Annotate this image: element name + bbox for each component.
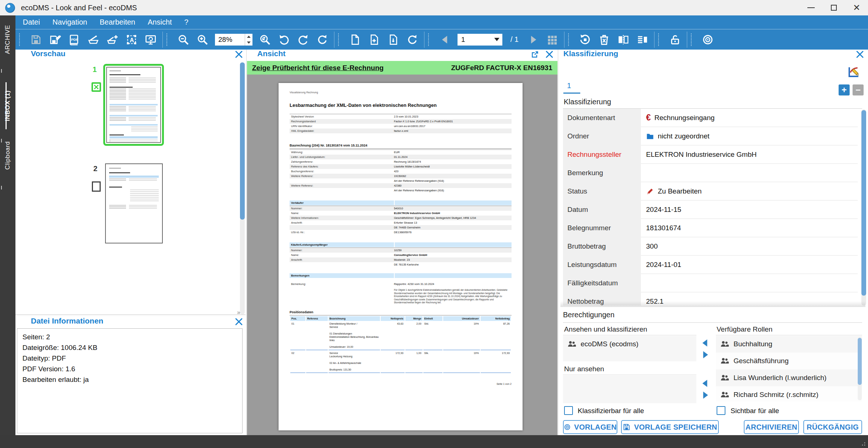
menu-item-navigation[interactable]: Navigation (53, 18, 87, 26)
view-classify-list[interactable]: ecoDMS (ecodms) (563, 336, 696, 361)
reload-view-button[interactable] (316, 33, 329, 46)
sidebar-tab-clipboard[interactable]: Clipboard (0, 133, 15, 178)
remove-classification-button[interactable]: − (853, 84, 864, 95)
previous-page-button[interactable] (438, 33, 452, 46)
attribute-value-field[interactable]: nicht zugeordnet (641, 127, 858, 145)
classification-tab-1[interactable]: 1 (567, 82, 571, 90)
roles-scrollbar-thumb[interactable] (858, 338, 862, 385)
close-button[interactable]: ✕ (845, 0, 868, 15)
thumbnail-page-2[interactable] (105, 163, 163, 243)
doc-row-label: XML Eingabedatei: (290, 129, 394, 133)
add-page-button[interactable] (367, 33, 381, 46)
vorschau-close-button[interactable] (234, 50, 243, 60)
move-role-left-2-icon[interactable] (700, 378, 710, 389)
rotate-right-button[interactable] (297, 33, 310, 46)
scan-button[interactable] (87, 33, 100, 46)
rueckgaengig-button[interactable]: RÜCKGÄNGIG (803, 420, 862, 434)
zoom-out-button[interactable] (177, 33, 190, 46)
extract-page-button[interactable] (387, 33, 400, 46)
classify-target-button[interactable] (701, 33, 714, 46)
menu-item-[interactable]: ? (184, 18, 189, 26)
vorschau-scrollbar[interactable] (240, 62, 245, 314)
pruefbericht-link[interactable]: Zeige Prüfbericht für diese E-Rechnung (252, 64, 384, 72)
ansicht-close-button[interactable] (545, 50, 554, 60)
save-button[interactable] (29, 33, 43, 46)
new-document-button[interactable] (348, 33, 362, 46)
page-grid-button[interactable] (546, 33, 559, 46)
attribute-value-field[interactable]: 181301674 (641, 219, 858, 237)
attribute-value-field[interactable] (641, 164, 858, 182)
view-classify-item[interactable]: ecoDMS (ecodms) (563, 336, 696, 353)
view-only-list[interactable] (563, 375, 696, 403)
menu-item-datei[interactable]: Datei (23, 18, 40, 26)
add-classification-button[interactable]: + (839, 84, 850, 95)
zoom-fit-button[interactable] (258, 33, 272, 46)
doc-row: Nummer:10259 (290, 248, 512, 253)
zoom-in-button[interactable] (196, 33, 209, 46)
maximize-button[interactable] (822, 0, 845, 15)
document-viewer[interactable]: Visualisierung RechnungLesbarmachung der… (247, 75, 557, 435)
attribute-value-field[interactable]: €Rechnungseingang (641, 109, 858, 127)
thumbnail-1-checkbox[interactable] (92, 82, 101, 92)
move-role-right-icon[interactable] (700, 350, 710, 360)
zoom-level-stepper[interactable] (245, 34, 252, 46)
file-info-close-button[interactable] (234, 317, 243, 328)
attribute-value-field[interactable] (641, 274, 858, 292)
available-role-item[interactable]: Richard Schmitz (r.schmitz) (716, 386, 862, 402)
zoom-step-up[interactable] (245, 34, 252, 40)
klassifizierung-close-button[interactable] (856, 50, 864, 60)
users-icon (720, 373, 729, 382)
page-number-input[interactable]: 1 (458, 34, 502, 46)
export-pdf-button[interactable] (68, 33, 81, 46)
menu-item-bearbeiten[interactable]: Bearbeiten (100, 18, 135, 26)
save-as-button[interactable] (49, 33, 62, 46)
rotate-left-button[interactable] (277, 33, 291, 46)
available-roles-list[interactable]: BuchhaltungGeschäftsführungLisa Wunderli… (716, 336, 862, 402)
sidebar-tab-archive[interactable]: ARCHIVE (0, 18, 15, 61)
page-dropdown-icon[interactable] (494, 38, 499, 41)
attributes-scrollbar-thumb[interactable] (861, 110, 866, 296)
sidebar-tab-inbox-1[interactable]: INBOX (1) (0, 81, 15, 131)
zoom-step-down[interactable] (245, 40, 252, 46)
thumbnail-2-checkbox[interactable] (92, 181, 101, 192)
vorlagen-button[interactable]: VORLAGEN (563, 420, 617, 434)
move-role-right-2-icon[interactable] (700, 390, 710, 400)
restore-version-button[interactable] (578, 33, 592, 46)
roles-scrollbar[interactable] (858, 337, 862, 400)
attribute-value-field[interactable]: 2024-11-15 (641, 200, 858, 219)
move-role-left-icon[interactable] (700, 338, 710, 348)
vorschau-scrollbar-thumb[interactable] (240, 62, 245, 220)
attribute-value-field[interactable]: 2024-11-01 (641, 256, 858, 274)
resize-grip[interactable] (860, 440, 866, 446)
delete-document-button[interactable] (598, 33, 611, 46)
menu-item-ansicht[interactable]: Ansicht (148, 18, 172, 26)
scan-add-page-button[interactable] (106, 33, 119, 46)
thumbnail-page-1[interactable] (103, 64, 164, 146)
available-role-item[interactable]: Geschäftsführung (716, 353, 862, 369)
available-role-item[interactable]: Lisa Wunderlich (l.wunderlich) (716, 369, 862, 386)
available-role-item[interactable]: Buchhaltung (716, 336, 862, 353)
next-page-button[interactable] (527, 33, 540, 46)
attribute-value-field[interactable]: 300 (641, 237, 858, 256)
refresh-document-button[interactable] (406, 33, 419, 46)
archivieren-button[interactable]: ARCHIVIEREN (744, 420, 799, 434)
classifiable-for-all-checkbox[interactable] (564, 406, 573, 415)
mini-row (109, 208, 159, 209)
vorlage-speichern-button[interactable]: VORLAGE SPEICHERN (621, 420, 719, 434)
zoom-level-input[interactable]: 28% (215, 34, 252, 46)
edit-classification-icon[interactable] (847, 65, 860, 79)
attribute-value-field[interactable]: Zu Bearbeiten (641, 182, 858, 200)
panel-overflow-indicator[interactable]: » (237, 309, 240, 316)
ansicht-detach-button[interactable] (531, 50, 539, 60)
mini-row (110, 106, 158, 107)
minimize-button[interactable] (800, 0, 822, 15)
visible-for-all-checkbox[interactable] (717, 406, 725, 415)
lock-button[interactable] (668, 33, 682, 46)
attribute-value-field[interactable]: ELEKTRON Industrieservice GmbH (641, 145, 858, 164)
attributes-scrollbar[interactable] (861, 109, 866, 306)
screen-refresh-button[interactable] (144, 33, 157, 46)
layout-view-button[interactable] (636, 33, 649, 46)
ocr-zone-button[interactable] (125, 33, 138, 46)
doc-row: Anschrift:Erfurter Strasse 13 (290, 220, 512, 225)
mirror-view-button[interactable] (617, 33, 630, 46)
